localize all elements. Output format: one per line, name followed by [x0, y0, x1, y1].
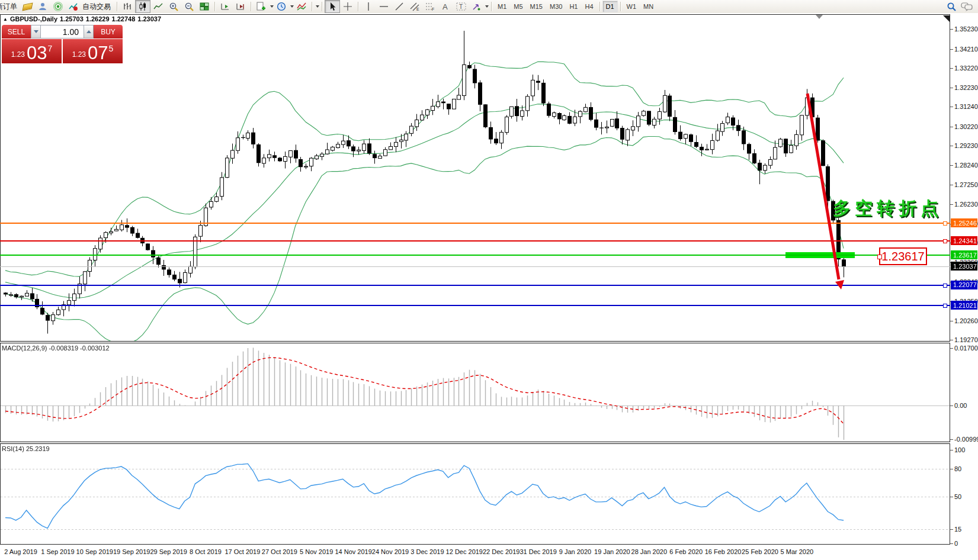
community-profile-icon[interactable]	[35, 0, 50, 13]
buy-price-box[interactable]: 1.23075	[63, 39, 123, 63]
time-axis-label: 31 Dec 2019	[520, 548, 556, 555]
volume-input[interactable]: 1.00	[41, 25, 84, 38]
svg-text:F: F	[432, 7, 434, 11]
chart-end-marker-icon	[943, 15, 950, 22]
auto-trading-button[interactable]: 自动交易	[82, 2, 111, 12]
timeframe-m30[interactable]: M30	[546, 1, 566, 12]
fibonacci-tool-icon[interactable]: F	[422, 0, 438, 13]
text-tool-icon[interactable]: A	[438, 0, 453, 13]
vertical-line-tool-icon[interactable]	[361, 0, 376, 13]
tag-icon[interactable]	[20, 0, 35, 13]
chart-shift-icon[interactable]	[233, 0, 248, 13]
rsi-label: RSI(14) 25.2319	[2, 445, 50, 452]
timeframe-mn[interactable]: MN	[640, 1, 657, 12]
horizontal-level-line[interactable]	[0, 285, 950, 286]
rsi-scale-label: 80	[954, 465, 961, 472]
line-anchor-marker[interactable]	[943, 221, 947, 226]
rsi-panel-divider[interactable]	[0, 442, 950, 444]
line-anchor-marker[interactable]	[943, 239, 947, 243]
price-tick-mark	[950, 321, 953, 321]
arrows-tool-icon[interactable]	[469, 0, 484, 13]
toolbar-separator	[251, 2, 251, 11]
time-axis[interactable]: 2 Aug 20191 Sep 201910 Sep 201919 Sep 20…	[0, 545, 950, 560]
horizontal-level-line[interactable]	[0, 240, 950, 242]
volume-decrease-button[interactable]	[31, 25, 41, 38]
rsi-tick-mark	[950, 469, 953, 469]
price-tick-label: 1.32230	[954, 84, 978, 91]
timeframe-h1[interactable]: H1	[566, 1, 581, 12]
one-click-trading-panel: SELL 1.00 BUY 1.23037 1.23075	[2, 25, 123, 63]
indicators-icon[interactable]	[294, 0, 309, 13]
rsi-tick-mark	[950, 450, 953, 450]
channel-tool-icon[interactable]: E	[407, 0, 422, 13]
price-tick-mark	[950, 49, 953, 50]
toolbar-separator	[214, 2, 215, 11]
tile-windows-icon[interactable]	[197, 0, 212, 13]
cursor-icon[interactable]	[325, 0, 340, 13]
timeframe-m5[interactable]: M5	[510, 1, 526, 12]
timeframe-m15[interactable]: M15	[527, 1, 546, 12]
symbol-marker-icon: ▲	[3, 17, 8, 22]
time-axis-label: 19 Jan 2020	[594, 548, 630, 555]
chat-icon[interactable]	[959, 0, 974, 13]
sell-button[interactable]: SELL	[2, 25, 31, 38]
main-toolbar: 新订单 自动交易	[0, 0, 978, 14]
new-order-button[interactable]: 新订单	[0, 2, 17, 12]
profiles-clock-icon[interactable]	[274, 0, 289, 13]
auto-scroll-icon[interactable]	[217, 0, 233, 13]
price-tick-label: 1.31240	[954, 103, 978, 110]
price-tick-label: 1.28240	[954, 162, 978, 169]
rsi-scale-label: 100	[954, 446, 965, 453]
bar-chart-mode-icon[interactable]	[120, 0, 135, 13]
zoom-out-icon[interactable]	[181, 0, 197, 13]
indicators-caret-icon[interactable]	[316, 5, 319, 8]
price-tick-label: 1.30220	[954, 123, 978, 130]
candlestick-mode-icon[interactable]	[135, 0, 150, 13]
svg-text:T: T	[459, 4, 463, 10]
signal-icon[interactable]	[50, 0, 66, 13]
horizontal-level-line[interactable]	[0, 255, 950, 256]
time-axis-label: 5 Nov 2019	[300, 548, 333, 555]
price-chart-canvas[interactable]	[1, 15, 950, 341]
line-anchor-marker[interactable]	[943, 284, 947, 288]
macd-canvas[interactable]	[1, 343, 950, 442]
ohlc-open: 1.25703	[60, 15, 84, 22]
timeframe-h4[interactable]: H4	[581, 1, 597, 12]
zoom-in-icon[interactable]	[166, 0, 181, 13]
timeframe-d1[interactable]: D1	[602, 1, 618, 12]
line-chart-mode-icon[interactable]	[150, 0, 166, 13]
text-label-tool-icon[interactable]: T	[453, 0, 469, 13]
rsi-scale-label: 0	[954, 540, 958, 547]
price-level-badge: 1.25246	[951, 218, 977, 227]
line-anchor-marker[interactable]	[943, 304, 947, 308]
horizontal-line-tool-icon[interactable]	[376, 0, 392, 13]
chart-title: ▲ GBPUSD-,Daily 1.25703 1.26229 1.22748 …	[3, 15, 161, 22]
price-tick-mark	[950, 107, 953, 107]
horizontal-level-line[interactable]	[0, 305, 950, 306]
timeframe-m1[interactable]: M1	[494, 1, 510, 12]
auto-trading-icon[interactable]	[66, 0, 81, 13]
horizontal-level-line[interactable]	[0, 223, 950, 224]
arrows-caret-icon[interactable]	[485, 5, 489, 8]
crosshair-icon[interactable]	[340, 0, 355, 13]
sell-price-box[interactable]: 1.23037	[2, 39, 62, 63]
price-level-badge: 1.24341	[951, 236, 977, 245]
time-axis-label: 10 Sep 2019	[76, 548, 113, 555]
time-axis-label: 14 Nov 2019	[335, 548, 371, 555]
chart-shift-marker-icon[interactable]	[816, 15, 823, 19]
buy-button[interactable]: BUY	[94, 25, 123, 38]
new-chart-icon[interactable]	[254, 0, 269, 13]
sell-price-sup: 7	[48, 44, 53, 53]
macd-panel-divider[interactable]	[0, 341, 950, 343]
timeframe-w1[interactable]: W1	[623, 1, 640, 12]
volume-increase-button[interactable]	[84, 25, 94, 38]
price-tick-label: 1.27250	[954, 181, 978, 188]
search-icon[interactable]	[944, 0, 959, 13]
toolbar-separator	[117, 2, 117, 11]
price-callout-box[interactable]: 1.23617	[879, 247, 927, 265]
rsi-canvas[interactable]	[1, 444, 950, 545]
trendline-tool-icon[interactable]	[392, 0, 407, 13]
time-axis-label: 2 Aug 2019	[4, 548, 37, 555]
price-tick-label: 1.29230	[954, 142, 978, 149]
turning-point-annotation[interactable]: 多空转折点	[833, 197, 942, 221]
